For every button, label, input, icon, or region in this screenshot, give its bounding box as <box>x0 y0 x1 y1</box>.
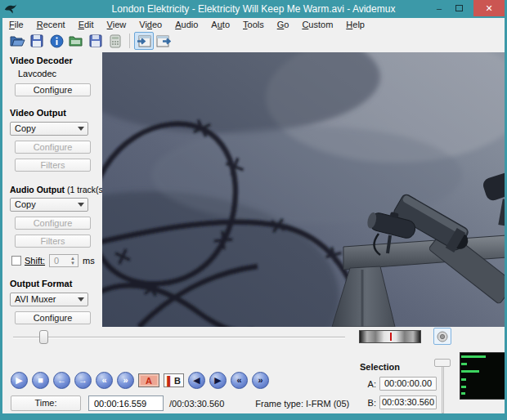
chevron-down-icon <box>78 297 84 302</box>
video-decoder-configure-button[interactable]: Configure <box>15 83 91 96</box>
stop-button[interactable]: ■ <box>32 372 49 389</box>
selection-b-label: B: <box>360 398 376 408</box>
next-black-frame-button[interactable]: » <box>252 372 269 389</box>
menubar: FileRecentEditViewVideoAudioAutoToolsGoC… <box>2 18 505 31</box>
meter-bar <box>461 355 486 358</box>
time-input[interactable] <box>88 395 164 411</box>
minimize-button[interactable]: – <box>430 0 448 16</box>
maximize-icon <box>455 5 463 11</box>
menu-edit[interactable]: Edit <box>72 19 101 30</box>
titlebar: London Elektricity - Elektricity Will Ke… <box>0 0 507 18</box>
calculator-icon[interactable] <box>105 32 125 50</box>
time-row: Time: /00:03:30.560 Frame type: I-FRM (0… <box>11 395 349 411</box>
volume-handle[interactable] <box>434 359 451 367</box>
video-output-configure-button[interactable]: Configure <box>15 141 91 154</box>
open-icon[interactable] <box>7 32 27 50</box>
menu-audio[interactable]: Audio <box>168 19 204 30</box>
spinner-arrows-icon[interactable]: ▲▼ <box>69 255 77 266</box>
menu-recent[interactable]: Recent <box>30 19 72 30</box>
video-decoder-heading: Video Decoder <box>10 56 101 65</box>
selection-heading: Selection <box>360 362 437 372</box>
shift-spinner[interactable]: 0 ▲▼ <box>49 254 79 267</box>
chevron-down-icon <box>78 203 84 207</box>
avidemux-window: London Elektricity - Elektricity Will Ke… <box>0 0 507 420</box>
audio-output-filters-button[interactable]: Filters <box>15 235 91 248</box>
meter-bar <box>461 392 465 395</box>
first-frame-button[interactable]: ◀ <box>188 372 205 389</box>
selection-a-label: A: <box>360 379 376 389</box>
menu-custom[interactable]: Custom <box>295 19 339 30</box>
shift-label: Shift: <box>25 256 45 266</box>
video-output-heading: Video Output <box>10 108 101 118</box>
save-icon[interactable] <box>27 32 47 50</box>
time-button[interactable]: Time: <box>11 395 81 411</box>
video-output-selected: Copy <box>15 123 36 133</box>
set-marker-b-toolbar-icon[interactable] <box>154 32 173 50</box>
volume-slider[interactable] <box>434 356 451 413</box>
shift-value: 0 <box>54 256 59 266</box>
output-format-select[interactable]: AVI Muxer <box>10 293 88 306</box>
seek-track[interactable] <box>13 337 345 338</box>
next-frame-button[interactable]: → <box>74 372 92 389</box>
prev-keyframe-button[interactable]: « <box>96 372 113 389</box>
menu-video[interactable]: Video <box>132 19 168 30</box>
load-session-icon[interactable] <box>66 32 86 50</box>
menu-go[interactable]: Go <box>271 19 296 30</box>
toolbar-separator <box>129 34 130 48</box>
info-icon[interactable] <box>47 32 66 50</box>
meter-bar <box>461 378 466 381</box>
video-frame <box>102 52 507 327</box>
menu-auto[interactable]: Auto <box>204 19 236 30</box>
audio-output-selected: Copy <box>15 199 36 209</box>
transport-controls: ▶■←→«»A▌B◀▶«» <box>11 372 269 389</box>
frame-type: Frame type: I-FRM (05) <box>255 399 349 409</box>
meter-bar <box>461 370 479 373</box>
maximize-button[interactable] <box>450 0 468 16</box>
shift-unit: ms <box>83 256 95 266</box>
shift-checkbox[interactable] <box>11 256 21 266</box>
close-button[interactable]: ✕ <box>473 0 505 16</box>
menu-view[interactable]: View <box>101 19 133 30</box>
audio-output-heading: Audio Output (1 track(s)) <box>10 185 101 194</box>
next-keyframe-button[interactable]: » <box>117 372 134 389</box>
play-button[interactable]: ▶ <box>11 372 28 389</box>
menu-help[interactable]: Help <box>339 19 371 30</box>
video-preview <box>102 52 507 327</box>
time-total: /00:03:30.560 <box>169 399 224 409</box>
speaker-icon <box>437 331 448 342</box>
mute-toggle-button[interactable] <box>433 328 451 345</box>
set-marker-a-button[interactable]: A <box>138 373 159 387</box>
seek-handle[interactable] <box>39 330 48 344</box>
set-marker-a-toolbar-icon[interactable] <box>134 32 154 50</box>
menu-tools[interactable]: Tools <box>236 19 271 30</box>
output-format-selected: AVI Muxer <box>15 294 56 304</box>
side-panel: Video Decoder Lavcodec Configure Video O… <box>5 51 101 413</box>
prev-black-frame-button[interactable]: « <box>231 372 248 389</box>
audio-output-configure-button[interactable]: Configure <box>15 217 91 230</box>
shuttle-control[interactable] <box>359 330 421 343</box>
menu-file[interactable]: File <box>2 19 30 30</box>
shuttle-center-marker <box>390 333 392 341</box>
selection-a-value: 00:00:00.00 <box>379 377 437 391</box>
audio-output-select[interactable]: Copy <box>10 198 88 212</box>
seek-slider[interactable] <box>13 329 345 346</box>
chevron-down-icon <box>78 127 84 131</box>
video-output-filters-button[interactable]: Filters <box>15 159 91 172</box>
video-output-select[interactable]: Copy <box>10 122 88 136</box>
shift-row: Shift: 0 ▲▼ ms <box>11 254 101 267</box>
selection-b-value: 00:03:30.560 <box>379 395 437 409</box>
prev-frame-button[interactable]: ← <box>53 372 70 389</box>
save-session-icon[interactable] <box>86 32 105 50</box>
last-frame-button[interactable]: ▶ <box>209 372 227 389</box>
toolbar <box>2 31 505 51</box>
selection-group: Selection A: 00:00:00.00 B: 00:03:30.560 <box>360 362 437 409</box>
meter-bar <box>461 363 467 365</box>
output-format-configure-button[interactable]: Configure <box>15 311 91 324</box>
audio-meter <box>460 352 505 400</box>
meter-bar <box>461 386 466 388</box>
output-format-heading: Output Format <box>10 279 101 288</box>
volume-track[interactable] <box>442 364 444 413</box>
video-decoder-value: Lavcodec <box>18 69 101 78</box>
set-marker-b-button[interactable]: ▌B <box>164 373 184 387</box>
